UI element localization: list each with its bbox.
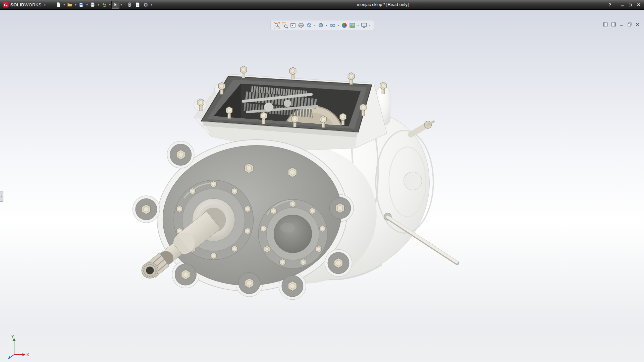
hide-show-items-icon[interactable] (329, 21, 336, 29)
open-dropdown[interactable]: ▾ (74, 3, 77, 6)
options-gear-icon: ⚙ (144, 2, 148, 7)
file-properties-button[interactable] (133, 1, 142, 9)
splitter-arrow-icon: ◂ (1, 195, 2, 198)
previous-view-icon[interactable] (289, 21, 297, 29)
new-file-button[interactable] (54, 1, 62, 9)
view-settings-icon[interactable] (360, 21, 368, 29)
help-button[interactable]: ? (606, 2, 613, 8)
display-style-dropdown[interactable]: ▾ (325, 24, 328, 27)
apply-scene-icon[interactable] (348, 21, 356, 29)
select-tool-button[interactable] (111, 1, 119, 9)
heads-up-view-toolbar: ▾ ▾ ▾ ▾ ▾ (270, 20, 374, 30)
triad-z-axis (8, 355, 14, 359)
rear-shaft-stub (411, 121, 434, 134)
doc-minimize-icon[interactable] (618, 21, 625, 27)
options-button[interactable]: ⚙ (142, 1, 150, 9)
output-bearing-cover (258, 199, 327, 268)
document-title: menjac sklop * [Read-only] (357, 0, 409, 9)
rebuild-button[interactable] (125, 1, 133, 9)
gearbox-model (133, 66, 457, 300)
triad-y-axis: Y (11, 335, 16, 355)
triad-x-axis: X (14, 353, 29, 357)
save-dropdown[interactable]: ▾ (85, 3, 89, 6)
section-view-icon[interactable] (297, 21, 305, 29)
undo-button[interactable] (100, 1, 108, 9)
svg-text:X: X (26, 353, 29, 357)
print-button[interactable] (89, 1, 97, 9)
view-orientation-icon[interactable] (305, 21, 313, 29)
zoom-to-area-icon[interactable] (281, 21, 288, 29)
print-dropdown[interactable]: ▾ (97, 3, 100, 6)
select-tool-dropdown[interactable]: ▾ (119, 3, 123, 6)
minimize-button[interactable] (619, 2, 626, 8)
solidworks-logo: SOLIDWORKS (0, 2, 43, 8)
apply-scene-dropdown[interactable]: ▾ (357, 24, 360, 27)
zoom-to-fit-icon[interactable] (273, 21, 280, 29)
doc-close-icon[interactable] (634, 21, 641, 27)
restore-button[interactable] (627, 2, 634, 8)
open-button[interactable] (66, 1, 74, 9)
display-style-icon[interactable] (317, 21, 324, 29)
display-pane-icon[interactable] (602, 21, 608, 27)
menu-flyout-arrow[interactable]: ▸ (43, 3, 48, 6)
brand-wordmark: SOLIDWORKS (10, 2, 42, 7)
view-settings-dropdown[interactable]: ▾ (368, 24, 371, 27)
solidworks-logo-mark (3, 2, 9, 8)
svg-text:Y: Y (11, 335, 14, 339)
orientation-triad[interactable]: Y X (3, 333, 35, 361)
window-controls: ? (606, 0, 642, 9)
graphics-area[interactable]: ▾ ▾ ▾ ▾ ▾ (0, 9, 644, 362)
document-window-controls (602, 21, 641, 27)
panel-splitter-handle[interactable]: ◂ (0, 191, 3, 202)
task-pane-icon[interactable] (610, 21, 616, 27)
new-file-dropdown[interactable]: ▾ (62, 3, 66, 6)
model-canvas[interactable] (0, 9, 644, 362)
options-dropdown[interactable]: ▾ (150, 3, 153, 6)
title-bar: SOLIDWORKS ▸ ▾ ▾ ▾ ▾ ▾ ▾ ⚙ ▾ menjac sklo… (0, 0, 644, 9)
save-button[interactable] (77, 1, 85, 9)
view-orientation-dropdown[interactable]: ▾ (313, 24, 316, 27)
doc-restore-icon[interactable] (626, 21, 633, 27)
undo-dropdown[interactable]: ▾ (108, 3, 111, 6)
close-button[interactable] (635, 2, 642, 8)
hide-show-items-dropdown[interactable]: ▾ (337, 24, 340, 27)
edit-appearance-icon[interactable] (340, 21, 348, 29)
quick-access-toolbar: ▾ ▾ ▾ ▾ ▾ ▾ ⚙ ▾ (54, 1, 153, 9)
